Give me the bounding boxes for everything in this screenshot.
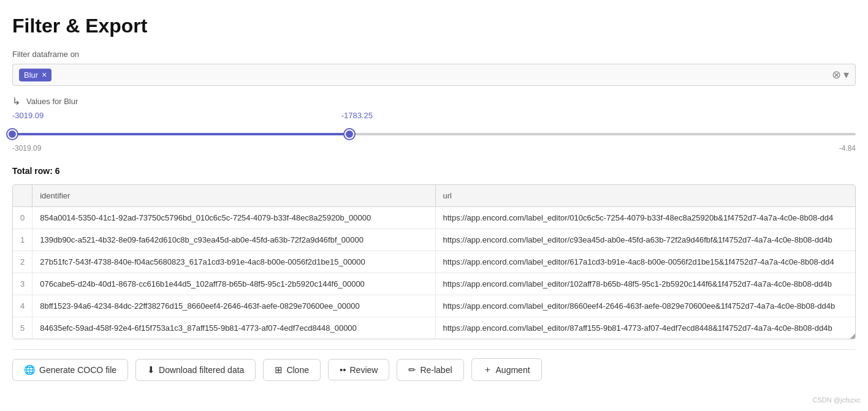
slider-max-label: -4.84: [839, 144, 856, 153]
row-url: https://app.encord.com/label_editor/617a…: [435, 251, 855, 273]
relabel-label: Re-label: [420, 365, 452, 375]
generate-coco-button[interactable]: 🌐 Generate COCO file: [12, 359, 128, 381]
dropdown-icon[interactable]: ▾: [843, 68, 849, 81]
row-index: 3: [13, 273, 32, 295]
filter-label: Filter dataframe on: [12, 50, 856, 59]
table-row: 0854a0014-5350-41c1-92ad-73750c5796bd_01…: [13, 207, 855, 229]
augment-label: Augment: [496, 365, 530, 375]
row-index: 5: [13, 317, 32, 339]
slider-min-label: -3019.09: [12, 144, 41, 153]
slider-fill: [12, 133, 349, 135]
download-filtered-label: Download filtered data: [159, 365, 244, 375]
slider-track[interactable]: [12, 128, 856, 140]
relabel-icon: ✏: [408, 364, 416, 375]
row-index: 2: [13, 251, 32, 273]
row-identifier: 854a0014-5350-41c1-92ad-73750c5796bd_010…: [32, 207, 435, 229]
col-header-url: url: [435, 185, 855, 207]
filter-tag[interactable]: Blur ×: [19, 69, 51, 81]
slider-thumb-right[interactable]: [345, 129, 354, 139]
table-row: 1139db90c-a521-4b32-8e09-fa642d610c8b_c9…: [13, 229, 855, 251]
augment-button[interactable]: ＋ Augment: [471, 358, 542, 381]
values-section: ↳ Values for Blur -3019.09 -1783.25 -301…: [12, 96, 856, 159]
table-row: 227b51fc7-543f-4738-840e-f04ac5680823_61…: [13, 251, 855, 273]
col-header-index: [13, 185, 32, 207]
table-row: 48bff1523-94a6-4234-84dc-22ff38276d15_86…: [13, 295, 855, 317]
row-identifier: 8bff1523-94a6-4234-84dc-22ff38276d15_866…: [32, 295, 435, 317]
augment-icon: ＋: [483, 364, 492, 375]
values-header: ↳ Values for Blur: [12, 96, 856, 107]
filter-tag-label: Blur: [24, 70, 38, 80]
row-identifier: 076cabe5-d24b-40d1-8678-cc616b1e44d5_102…: [32, 273, 435, 295]
table-row: 584635efc-59ad-458f-92e4-6f15f753a1c3_87…: [13, 317, 855, 339]
clone-icon: ⊞: [275, 364, 283, 375]
clear-filter-icon[interactable]: ⊗: [832, 68, 841, 81]
review-icon: ••: [340, 364, 346, 375]
clone-label: Clone: [286, 365, 309, 375]
table-body: 0854a0014-5350-41c1-92ad-73750c5796bd_01…: [13, 207, 855, 339]
slider-thumb-left[interactable]: [7, 129, 17, 139]
slider-values-row: -3019.09 -1783.25: [12, 111, 856, 124]
generate-coco-icon: 🌐: [24, 364, 36, 375]
row-url: https://app.encord.com/label_editor/87af…: [435, 317, 855, 339]
slider-left-value: -3019.09: [12, 111, 44, 120]
slider-right-value: -1783.25: [341, 111, 373, 120]
page-title: Filter & Export: [12, 15, 856, 37]
values-arrow-icon: ↳: [12, 96, 20, 107]
relabel-button[interactable]: ✏ Re-label: [397, 359, 463, 381]
row-url: https://app.encord.com/label_editor/8660…: [435, 295, 855, 317]
data-table-wrapper: identifier url 0854a0014-5350-41c1-92ad-…: [12, 184, 856, 339]
row-index: 1: [13, 229, 32, 251]
row-identifier: 84635efc-59ad-458f-92e4-6f15f753a1c3_87a…: [32, 317, 435, 339]
row-identifier: 27b51fc7-543f-4738-840e-f04ac5680823_617…: [32, 251, 435, 273]
filter-tag-close-icon[interactable]: ×: [42, 70, 47, 79]
row-url: https://app.encord.com/label_editor/c93e…: [435, 229, 855, 251]
row-index: 4: [13, 295, 32, 317]
table-container[interactable]: identifier url 0854a0014-5350-41c1-92ad-…: [13, 185, 855, 339]
bottom-bar: 🌐 Generate COCO file ⬇ Download filtered…: [12, 349, 856, 390]
filter-select-row[interactable]: Blur × ⊗ ▾: [12, 64, 856, 86]
row-url: https://app.encord.com/label_editor/010c…: [435, 207, 855, 229]
download-icon: ⬇: [147, 364, 155, 375]
table-header: identifier url: [13, 185, 855, 207]
row-url: https://app.encord.com/label_editor/102a…: [435, 273, 855, 295]
watermark: CSDN @jcfszxc: [813, 396, 861, 404]
values-label: Values for Blur: [26, 97, 78, 106]
slider-min-max-row: -3019.09 -4.84: [12, 144, 856, 153]
table-row: 3076cabe5-d24b-40d1-8678-cc616b1e44d5_10…: [13, 273, 855, 295]
clone-button[interactable]: ⊞ Clone: [263, 359, 321, 381]
download-filtered-button[interactable]: ⬇ Download filtered data: [135, 359, 256, 381]
data-table: identifier url 0854a0014-5350-41c1-92ad-…: [13, 185, 855, 339]
slider-container: -3019.09 -1783.25 -3019.09 -4.84: [12, 111, 856, 159]
total-row: Total row: 6: [12, 166, 856, 176]
slider-track-bg: [12, 133, 856, 135]
resize-handle[interactable]: [849, 333, 855, 339]
review-button[interactable]: •• Review: [328, 359, 389, 380]
generate-coco-label: Generate COCO file: [39, 365, 116, 375]
filter-select-icons: ⊗ ▾: [832, 68, 849, 81]
review-label: Review: [349, 365, 378, 375]
col-header-identifier: identifier: [32, 185, 435, 207]
row-identifier: 139db90c-a521-4b32-8e09-fa642d610c8b_c93…: [32, 229, 435, 251]
row-index: 0: [13, 207, 32, 229]
